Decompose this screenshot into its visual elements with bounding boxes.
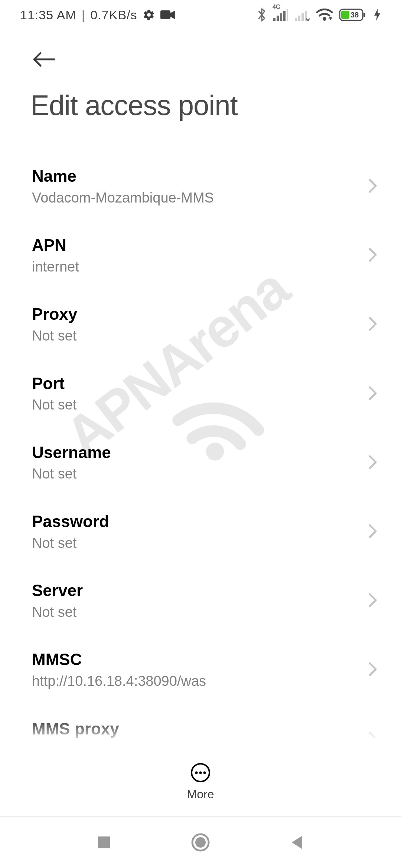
svg-point-19 <box>199 772 202 774</box>
setting-row-port[interactable]: PortNot set <box>32 359 369 428</box>
signal-4g-icon: 4G <box>273 9 288 21</box>
setting-row-mms_proxy[interactable]: MMS proxy10.16.18.77 <box>32 705 369 739</box>
setting-label: MMSC <box>32 650 369 669</box>
setting-row-apn[interactable]: APNinternet <box>32 221 369 290</box>
svg-rect-8 <box>298 16 300 21</box>
signal-nosim-icon <box>295 9 310 21</box>
chevron-right-icon <box>368 661 378 679</box>
chevron-right-icon <box>368 454 378 472</box>
chevron-right-icon <box>368 178 378 195</box>
svg-rect-15 <box>341 11 349 19</box>
triangle-left-icon <box>290 834 304 851</box>
battery-pct: 38 <box>351 11 359 19</box>
square-icon <box>97 835 111 850</box>
setting-value: Not set <box>32 328 369 345</box>
svg-point-13 <box>330 18 331 20</box>
svg-point-18 <box>195 772 198 774</box>
chevron-right-icon <box>368 316 378 333</box>
status-right: 4G 38 <box>257 7 381 22</box>
svg-rect-4 <box>280 13 282 21</box>
svg-rect-1 <box>160 10 170 19</box>
setting-value: Not set <box>32 466 369 483</box>
gear-icon <box>143 9 155 21</box>
svg-point-20 <box>203 772 206 774</box>
setting-label: Server <box>32 581 369 600</box>
setting-label: MMS proxy <box>32 720 369 739</box>
svg-rect-9 <box>301 13 304 21</box>
setting-row-proxy[interactable]: ProxyNot set <box>32 290 369 359</box>
bluetooth-icon <box>257 7 267 22</box>
svg-rect-6 <box>287 9 288 21</box>
svg-rect-2 <box>273 18 276 21</box>
setting-value: Not set <box>32 397 369 414</box>
status-time: 11:35 AM <box>20 8 76 22</box>
page-title: Edit access point <box>30 89 238 121</box>
setting-value: Vodacom-Mozambique-MMS <box>32 190 369 207</box>
setting-row-username[interactable]: UsernameNot set <box>32 428 369 497</box>
setting-label: Username <box>32 443 369 462</box>
svg-rect-7 <box>295 18 297 21</box>
nav-home-button[interactable] <box>188 829 213 855</box>
more-button[interactable]: More <box>0 762 401 801</box>
circle-icon <box>191 833 210 852</box>
more-icon <box>190 762 211 783</box>
navigation-bar <box>0 816 401 868</box>
charging-icon <box>374 8 381 22</box>
svg-rect-5 <box>283 11 286 21</box>
wifi-icon <box>316 9 333 21</box>
setting-value: http://10.16.18.4:38090/was <box>32 673 369 690</box>
setting-label: APN <box>32 236 369 255</box>
chevron-right-icon <box>368 592 378 610</box>
svg-point-23 <box>195 837 206 848</box>
more-label: More <box>187 788 214 801</box>
setting-label: Proxy <box>32 305 369 324</box>
setting-label: Password <box>32 512 369 531</box>
status-left: 11:35 AM | 0.7KB/s <box>20 8 175 22</box>
chevron-right-icon <box>368 730 378 738</box>
nav-recent-button[interactable] <box>91 829 117 855</box>
setting-row-mmsc[interactable]: MMSChttp://10.16.18.4:38090/was <box>32 635 369 704</box>
setting-row-server[interactable]: ServerNot set <box>32 566 369 635</box>
chevron-right-icon <box>368 385 378 403</box>
status-separator: | <box>82 8 85 22</box>
setting-row-name[interactable]: NameVodacom-Mozambique-MMS <box>32 152 369 221</box>
setting-row-password[interactable]: PasswordNot set <box>32 497 369 566</box>
svg-rect-3 <box>277 16 279 21</box>
nav-back-button[interactable] <box>284 829 310 855</box>
chevron-right-icon <box>368 523 378 541</box>
setting-label: Name <box>32 167 369 186</box>
status-speed: 0.7KB/s <box>91 8 137 22</box>
camera-icon <box>160 10 175 20</box>
setting-value: Not set <box>32 535 369 552</box>
svg-rect-16 <box>363 13 365 17</box>
status-bar: 11:35 AM | 0.7KB/s 4G 38 <box>0 0 401 30</box>
setting-label: Port <box>32 374 369 393</box>
chevron-right-icon <box>368 247 378 264</box>
svg-point-11 <box>323 17 326 21</box>
back-button[interactable] <box>29 45 59 74</box>
battery-icon: 38 <box>339 8 367 22</box>
settings-list: NameVodacom-Mozambique-MMSAPNinternetPro… <box>0 152 401 738</box>
svg-rect-21 <box>98 836 110 848</box>
setting-value: internet <box>32 259 369 276</box>
arrow-left-icon <box>32 52 55 67</box>
setting-value: Not set <box>32 604 369 621</box>
